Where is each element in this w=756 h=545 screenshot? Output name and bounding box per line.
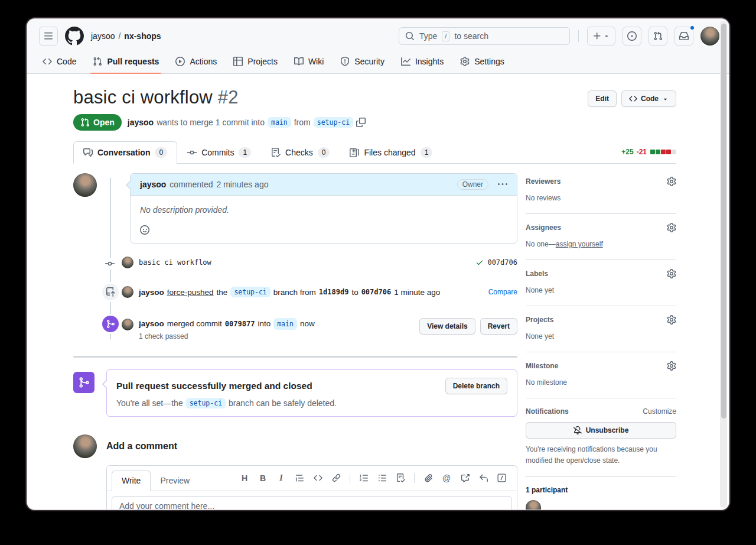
head-branch-chip[interactable]: setup-ci (314, 117, 353, 128)
git-merge-icon (102, 316, 119, 332)
commit-sha-link[interactable]: 007d706 (487, 258, 517, 267)
gear-icon[interactable] (667, 223, 676, 232)
heading-button[interactable]: H (240, 473, 249, 483)
code-button[interactable] (313, 473, 322, 483)
base-branch-chip[interactable]: main (273, 318, 297, 330)
nav-tab-security[interactable]: Security (332, 52, 393, 73)
global-header: jaysoo / nx-shops Type / to search (27, 19, 729, 52)
shield-icon (340, 57, 350, 66)
sidebar-section-labels: Labels None yet (526, 260, 676, 306)
cross-reference-button[interactable] (460, 473, 470, 483)
pr-title: basic ci workflow #2 (73, 87, 239, 108)
nav-tab-insights[interactable]: Insights (393, 52, 452, 73)
nav-tab-pull-requests[interactable]: Pull requests (84, 52, 167, 73)
tab-files-changed[interactable]: Files changed 1 (340, 141, 442, 164)
tab-conversation[interactable]: Conversation 0 (73, 141, 177, 164)
copy-icon[interactable] (356, 118, 366, 127)
hamburger-menu-button[interactable] (39, 27, 58, 46)
gear-icon[interactable] (667, 177, 676, 186)
commit-author-avatar[interactable] (122, 257, 133, 268)
code-dropdown-button[interactable]: Code (621, 90, 676, 107)
edit-button[interactable]: Edit (588, 90, 617, 107)
add-reaction-button[interactable] (140, 225, 149, 235)
base-branch-chip[interactable]: main (268, 117, 291, 128)
formatting-toolbar: H B I (240, 473, 510, 488)
delete-branch-button[interactable]: Delete branch (445, 378, 507, 394)
comment-timestamp[interactable]: 2 minutes ago (217, 180, 269, 189)
actor-avatar[interactable] (122, 286, 133, 298)
breadcrumb-owner[interactable]: jaysoo (91, 31, 115, 41)
breadcrumb-repo[interactable]: nx-shops (124, 31, 161, 41)
user-avatar[interactable] (700, 27, 719, 46)
commit-event: basic ci workflow 007d706 (73, 257, 517, 268)
old-sha[interactable]: 1d189d9 (319, 288, 349, 296)
tab-checks[interactable]: Checks 0 (261, 141, 340, 164)
unsubscribe-button[interactable]: Unsubscribe (526, 422, 676, 439)
nav-tab-settings[interactable]: Settings (452, 52, 513, 73)
pr-author[interactable]: jaysoo (128, 118, 154, 127)
compare-link[interactable]: Compare (488, 288, 517, 296)
link-button[interactable] (331, 473, 341, 483)
slash-commands-button[interactable] (497, 473, 506, 483)
head-branch-chip[interactable]: setup-ci (230, 287, 270, 297)
check-icon[interactable] (475, 258, 484, 267)
actor-login[interactable]: jaysoo (139, 319, 164, 330)
plus-icon (592, 31, 602, 41)
nav-tab-projects[interactable]: Projects (225, 52, 286, 73)
add-comment-section: Add a comment Write Preview H B I (73, 434, 517, 510)
revert-button[interactable]: Revert (480, 318, 517, 335)
git-merge-icon (73, 372, 94, 393)
numbered-list-button[interactable] (359, 473, 369, 483)
force-pushed-label[interactable]: force-pushed (167, 288, 214, 297)
italic-button[interactable]: I (276, 473, 286, 483)
scrollbar-track[interactable] (720, 21, 727, 508)
task-list-button[interactable] (396, 473, 405, 483)
mention-button[interactable]: @ (442, 473, 451, 483)
tab-preview[interactable]: Preview (151, 471, 199, 491)
quote-button[interactable] (295, 473, 304, 483)
new-sha[interactable]: 007d706 (361, 288, 392, 296)
bold-button[interactable]: B (258, 473, 268, 483)
customize-link[interactable]: Customize (643, 407, 676, 416)
tab-counter: 0 (318, 147, 330, 158)
participant-avatar[interactable] (526, 500, 541, 510)
comment-author-avatar[interactable] (73, 173, 97, 197)
check-status-text[interactable]: 1 check passed (139, 332, 315, 342)
merged-commit-sha[interactable]: 0079877 (225, 319, 255, 329)
gear-icon[interactable] (667, 315, 676, 325)
tab-commits[interactable]: Commits 1 (177, 141, 261, 164)
kebab-menu-icon[interactable] (498, 180, 507, 189)
owner-badge[interactable]: Owner (457, 179, 488, 190)
git-commit-icon (187, 148, 197, 157)
actor-login[interactable]: jaysoo (139, 288, 164, 297)
repo-push-icon (102, 284, 119, 300)
diffstat-additions: +25 (621, 148, 633, 156)
actor-avatar[interactable] (122, 319, 133, 330)
pull-requests-button[interactable] (649, 27, 667, 46)
attach-file-button[interactable] (423, 473, 433, 483)
nav-tab-code[interactable]: Code (34, 52, 84, 73)
issues-button[interactable] (623, 27, 641, 46)
search-input[interactable]: Type / to search (399, 27, 570, 45)
scrollbar-thumb[interactable] (721, 24, 726, 419)
nav-tab-actions[interactable]: Actions (167, 52, 225, 73)
create-new-button[interactable] (587, 27, 615, 46)
view-details-button[interactable]: View details (419, 318, 475, 335)
notifications-caption: You're receiving notifications because y… (526, 444, 676, 466)
comment-author[interactable]: jaysoo (140, 180, 166, 189)
force-push-event: jaysoo force-pushed the setup-ci branch … (73, 286, 517, 298)
commit-message-link[interactable]: basic ci workflow (139, 258, 211, 267)
gear-icon[interactable] (667, 269, 676, 278)
nav-tab-wiki[interactable]: Wiki (286, 52, 332, 73)
assign-yourself-link[interactable]: assign yourself (556, 240, 603, 248)
comment-textarea[interactable] (112, 496, 512, 510)
github-logo-icon[interactable] (65, 27, 84, 46)
saved-replies-button[interactable] (478, 473, 488, 483)
inbox-button[interactable] (674, 27, 693, 46)
bullet-list-button[interactable] (377, 473, 387, 483)
comment-editor: Write Preview H B I (106, 465, 517, 510)
head-branch-chip[interactable]: setup-ci (186, 398, 226, 408)
tab-write[interactable]: Write (112, 471, 151, 491)
gear-icon[interactable] (667, 361, 676, 371)
sidebar-section-reviewers: Reviewers No reviews (526, 174, 676, 214)
